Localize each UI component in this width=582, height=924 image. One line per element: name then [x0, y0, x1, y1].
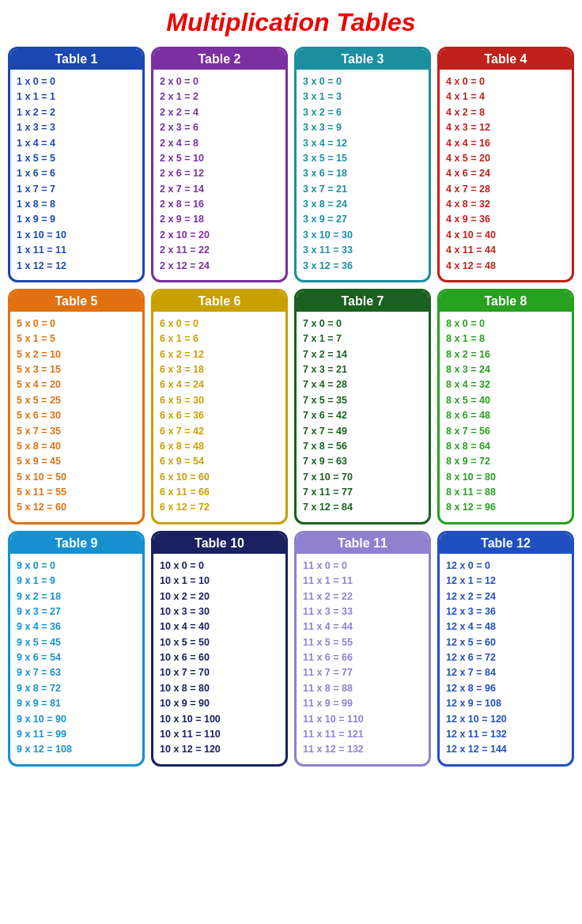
table-row: 12 x 10 = 120 — [446, 712, 565, 727]
table-row: 2 x 5 = 10 — [160, 151, 279, 166]
table-row: 6 x 8 = 48 — [160, 439, 279, 454]
table-row: 9 x 4 = 36 — [17, 619, 136, 634]
table-row: 3 x 3 = 9 — [303, 120, 422, 135]
table-row: 11 x 7 = 77 — [303, 665, 422, 680]
table-row: 4 x 5 = 20 — [446, 151, 565, 166]
table-row: 11 x 0 = 0 — [303, 559, 422, 574]
table-row: 8 x 7 = 56 — [446, 424, 565, 439]
table-row: 1 x 5 = 5 — [17, 151, 136, 166]
table-row: 12 x 4 = 48 — [446, 619, 565, 634]
table-row: 8 x 3 = 24 — [446, 362, 565, 377]
table-header-1: Table 1 — [10, 49, 142, 70]
table-header-12: Table 12 — [440, 533, 572, 554]
table-row: 3 x 12 = 36 — [303, 259, 422, 274]
table-row: 9 x 12 = 108 — [17, 742, 136, 757]
table-row: 3 x 4 = 12 — [303, 136, 422, 151]
table-row: 6 x 2 = 12 — [160, 347, 279, 362]
table-row: 12 x 9 = 108 — [446, 696, 565, 711]
table-row: 10 x 11 = 110 — [160, 727, 279, 742]
table-row: 9 x 7 = 63 — [17, 665, 136, 680]
table-row: 9 x 2 = 18 — [17, 589, 136, 604]
table-row: 7 x 1 = 7 — [303, 331, 422, 346]
table-header-9: Table 9 — [10, 533, 142, 554]
table-row: 1 x 0 = 0 — [17, 74, 136, 89]
table-row: 10 x 8 = 80 — [160, 681, 279, 696]
table-row: 1 x 9 = 9 — [17, 212, 136, 227]
table-row: 10 x 1 = 10 — [160, 574, 279, 589]
table-row: 12 x 7 = 84 — [446, 665, 565, 680]
table-row: 4 x 4 = 16 — [446, 136, 565, 151]
table-row: 11 x 4 = 44 — [303, 619, 422, 634]
table-row: 4 x 11 = 44 — [446, 243, 565, 258]
table-row: 8 x 0 = 0 — [446, 316, 565, 331]
table-row: 5 x 5 = 25 — [17, 393, 136, 408]
table-row: 2 x 7 = 14 — [160, 182, 279, 197]
table-row: 1 x 4 = 4 — [17, 136, 136, 151]
table-row: 10 x 9 = 90 — [160, 696, 279, 711]
table-row: 11 x 8 = 88 — [303, 681, 422, 696]
table-body-12: 12 x 0 = 012 x 1 = 1212 x 2 = 2412 x 3 =… — [440, 557, 572, 759]
table-card-5: Table 55 x 0 = 05 x 1 = 55 x 2 = 105 x 3… — [8, 289, 145, 524]
table-card-2: Table 22 x 0 = 02 x 1 = 22 x 2 = 42 x 3 … — [151, 47, 288, 282]
table-row: 3 x 11 = 33 — [303, 243, 422, 258]
tables-grid: Table 11 x 0 = 01 x 1 = 11 x 2 = 21 x 3 … — [8, 47, 574, 767]
table-row: 10 x 4 = 40 — [160, 619, 279, 634]
table-row: 6 x 4 = 24 — [160, 377, 279, 392]
table-row: 6 x 1 = 6 — [160, 331, 279, 346]
table-row: 7 x 8 = 56 — [303, 439, 422, 454]
table-header-4: Table 4 — [440, 49, 572, 70]
table-row: 11 x 5 = 55 — [303, 635, 422, 650]
table-row: 2 x 1 = 2 — [160, 89, 279, 104]
page-title: Multiplication Tables — [8, 8, 574, 37]
table-row: 2 x 3 = 6 — [160, 120, 279, 135]
table-row: 10 x 6 = 60 — [160, 650, 279, 665]
table-card-3: Table 33 x 0 = 03 x 1 = 33 x 2 = 63 x 3 … — [294, 47, 431, 282]
table-row: 8 x 8 = 64 — [446, 439, 565, 454]
table-row: 1 x 3 = 3 — [17, 120, 136, 135]
table-row: 8 x 12 = 96 — [446, 500, 565, 515]
table-row: 8 x 10 = 80 — [446, 470, 565, 485]
table-row: 10 x 2 = 20 — [160, 589, 279, 604]
table-row: 12 x 1 = 12 — [446, 574, 565, 589]
table-row: 5 x 6 = 30 — [17, 408, 136, 423]
table-row: 12 x 5 = 60 — [446, 635, 565, 650]
table-row: 5 x 1 = 5 — [17, 331, 136, 346]
table-card-9: Table 99 x 0 = 09 x 1 = 99 x 2 = 189 x 3… — [8, 531, 145, 767]
table-row: 10 x 7 = 70 — [160, 665, 279, 680]
table-header-2: Table 2 — [153, 49, 285, 70]
table-row: 7 x 4 = 28 — [303, 377, 422, 392]
table-row: 9 x 1 = 9 — [17, 574, 136, 589]
table-row: 9 x 3 = 27 — [17, 604, 136, 619]
table-row: 11 x 11 = 121 — [303, 727, 422, 742]
table-row: 5 x 4 = 20 — [17, 377, 136, 392]
table-body-1: 1 x 0 = 01 x 1 = 11 x 2 = 21 x 3 = 31 x … — [10, 73, 142, 275]
table-row: 3 x 6 = 18 — [303, 166, 422, 181]
table-row: 4 x 8 = 32 — [446, 197, 565, 212]
table-row: 3 x 8 = 24 — [303, 197, 422, 212]
table-row: 2 x 12 = 24 — [160, 259, 279, 274]
table-row: 12 x 11 = 132 — [446, 727, 565, 742]
table-body-5: 5 x 0 = 05 x 1 = 55 x 2 = 105 x 3 = 155 … — [10, 315, 142, 517]
table-row: 5 x 0 = 0 — [17, 316, 136, 331]
table-card-11: Table 1111 x 0 = 011 x 1 = 1111 x 2 = 22… — [294, 531, 431, 767]
table-row: 8 x 1 = 8 — [446, 331, 565, 346]
table-body-9: 9 x 0 = 09 x 1 = 99 x 2 = 189 x 3 = 279 … — [10, 557, 142, 759]
table-row: 1 x 7 = 7 — [17, 182, 136, 197]
table-row: 7 x 0 = 0 — [303, 316, 422, 331]
table-row: 2 x 9 = 18 — [160, 212, 279, 227]
table-row: 12 x 12 = 144 — [446, 742, 565, 757]
table-row: 8 x 9 = 72 — [446, 454, 565, 469]
table-row: 8 x 6 = 48 — [446, 408, 565, 423]
table-row: 3 x 5 = 15 — [303, 151, 422, 166]
table-row: 7 x 3 = 21 — [303, 362, 422, 377]
table-row: 1 x 10 = 10 — [17, 228, 136, 243]
table-row: 5 x 2 = 10 — [17, 347, 136, 362]
table-row: 1 x 1 = 1 — [17, 89, 136, 104]
table-row: 9 x 11 = 99 — [17, 727, 136, 742]
table-row: 11 x 2 = 22 — [303, 589, 422, 604]
table-row: 5 x 12 = 60 — [17, 500, 136, 515]
table-header-10: Table 10 — [153, 533, 285, 554]
table-row: 11 x 9 = 99 — [303, 696, 422, 711]
table-row: 7 x 2 = 14 — [303, 347, 422, 362]
table-body-10: 10 x 0 = 010 x 1 = 1010 x 2 = 2010 x 3 =… — [153, 557, 285, 759]
